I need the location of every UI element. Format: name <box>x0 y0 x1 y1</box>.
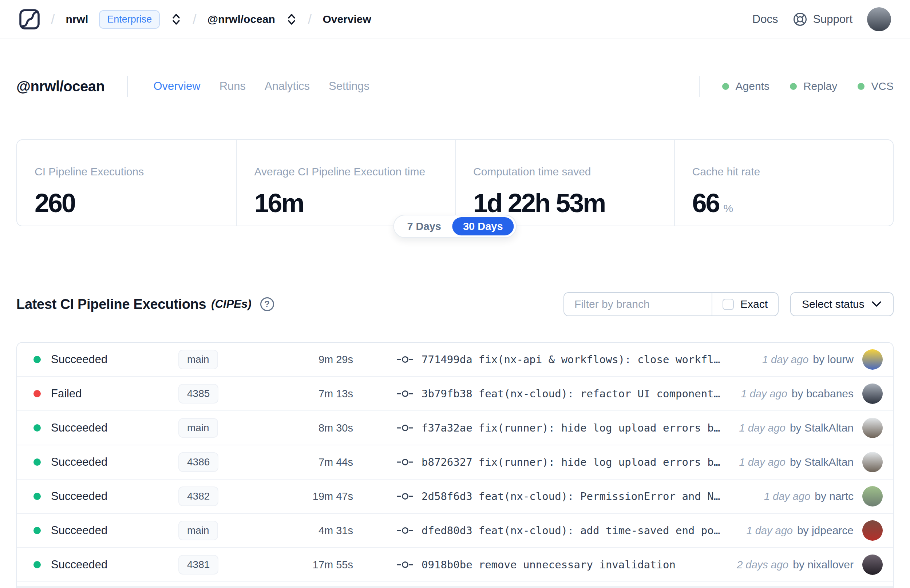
author[interactable]: by lourw <box>813 353 853 366</box>
git-commit-icon <box>397 354 414 365</box>
stat-value: 260 <box>35 188 75 218</box>
commit-hash[interactable]: f37a32ae <box>422 422 472 434</box>
branch-badge[interactable]: 4382 <box>178 486 218 506</box>
help-icon[interactable]: ? <box>260 297 274 311</box>
workspace-switcher-icon[interactable] <box>286 12 297 26</box>
branch-badge[interactable]: main <box>178 350 218 369</box>
author-avatar[interactable] <box>862 486 883 507</box>
duration: 17m 55s <box>293 559 353 571</box>
tab-overview[interactable]: Overview <box>153 80 200 93</box>
status-replay[interactable]: Replay <box>790 80 837 92</box>
author-avatar[interactable] <box>862 452 883 472</box>
table-row[interactable]: Succeeded main 9m 29s 771499dafix(nx-api… <box>17 343 893 377</box>
stat-average-execution-time: Average CI Pipeline Execution time 16m <box>236 140 455 226</box>
nx-cloud-logo[interactable] <box>19 9 40 30</box>
git-commit-icon <box>397 491 414 502</box>
stat-value: 1d 22h 53m <box>473 188 605 218</box>
commit-message: fix(runner): hide log upload errors b… <box>478 456 720 468</box>
status-dot <box>34 493 41 500</box>
org-switcher-icon[interactable] <box>171 12 182 26</box>
status-dot <box>34 527 41 534</box>
status-vcs[interactable]: VCS <box>858 80 894 92</box>
table-row[interactable]: Succeeded 4382 19m 47s 2d58f6d3feat(nx-c… <box>17 480 893 514</box>
exact-label: Exact <box>740 298 768 310</box>
commit-hash[interactable]: 771499da <box>422 353 472 366</box>
commit-hash[interactable]: b8726327 <box>422 456 472 468</box>
range-30-days[interactable]: 30 Days <box>452 217 514 236</box>
status-dot <box>34 459 41 466</box>
time-ago: 1 day ago <box>739 456 786 468</box>
exact-checkbox[interactable] <box>723 299 734 310</box>
commit-hash[interactable]: 2d58f6d3 <box>422 490 472 502</box>
workspace-tabs: Overview Runs Analytics Settings <box>153 80 369 93</box>
status-label: VCS <box>871 80 894 92</box>
branch-badge[interactable]: main <box>178 418 218 438</box>
commit-hash[interactable]: 0918b0be <box>422 559 472 571</box>
author-avatar[interactable] <box>862 383 883 404</box>
author[interactable]: by nixallover <box>793 559 853 571</box>
branch-badge[interactable]: main <box>178 521 218 540</box>
author-avatar[interactable] <box>862 349 883 370</box>
page-title: @nrwl/ocean <box>16 78 105 95</box>
divider <box>17 586 893 588</box>
user-avatar[interactable] <box>867 7 891 31</box>
commit-hash[interactable]: 3b79fb38 <box>422 388 472 400</box>
author-avatar[interactable] <box>862 418 883 438</box>
nx-cloud-logo-icon <box>19 9 40 30</box>
duration: 9m 29s <box>293 354 353 366</box>
author[interactable]: by jdpearce <box>797 524 853 537</box>
status-label: Succeeded <box>51 456 178 468</box>
range-7-days[interactable]: 7 Days <box>396 221 452 233</box>
table-row[interactable]: Succeeded 4386 7m 44s b8726327fix(runner… <box>17 445 893 480</box>
author[interactable]: by bcabanes <box>792 388 853 400</box>
duration: 8m 30s <box>293 422 353 434</box>
status-select[interactable]: Select status <box>790 292 894 316</box>
green-dot-icon <box>790 83 797 90</box>
status-label: Succeeded <box>51 422 178 435</box>
branch-filter-input[interactable] <box>564 293 712 315</box>
cipes-table: Succeeded main 9m 29s 771499dafix(nx-api… <box>16 342 894 588</box>
duration: 4m 31s <box>293 525 353 537</box>
status-dot <box>34 390 41 397</box>
status-dot <box>34 424 41 431</box>
table-row[interactable]: Succeeded main 8m 30s f37a32aefix(runner… <box>17 411 893 445</box>
status-label: Replay <box>803 80 837 92</box>
author[interactable]: by StalkAltan <box>790 456 853 468</box>
stats-cards: CI Pipeline Executions 260 Average CI Pi… <box>16 139 894 226</box>
commit-message: feat(nx-cloud): PermissionError and N… <box>478 490 720 502</box>
branch-badge[interactable]: 4386 <box>178 452 218 472</box>
breadcrumb-separator: / <box>192 11 197 27</box>
table-row[interactable]: Succeeded main 4m 31s dfed80d3feat(nx-cl… <box>17 514 893 548</box>
status-dot <box>34 561 41 569</box>
commit-hash[interactable]: dfed80d3 <box>422 524 472 537</box>
breadcrumb-workspace[interactable]: @nrwl/ocean <box>207 13 275 26</box>
breadcrumb-org[interactable]: nrwl <box>66 13 89 26</box>
table-row[interactable]: Succeeded 4381 17m 55s 0918b0beremove un… <box>17 548 893 582</box>
status-dot <box>34 356 41 363</box>
support-link[interactable]: Support <box>792 11 852 27</box>
tab-settings[interactable]: Settings <box>329 80 369 93</box>
lifebuoy-icon <box>792 11 808 27</box>
tab-analytics[interactable]: Analytics <box>265 80 310 93</box>
stat-label: Computation time saved <box>473 166 657 178</box>
author-avatar[interactable] <box>862 520 883 541</box>
branch-badge[interactable]: 4381 <box>178 555 218 575</box>
time-ago: 1 day ago <box>741 388 787 400</box>
table-row[interactable]: Failed 4385 7m 13s 3b79fb38feat(nx-cloud… <box>17 377 893 411</box>
tab-runs[interactable]: Runs <box>220 80 246 93</box>
commit-message: remove unnecessary invalidation <box>478 559 676 571</box>
time-ago: 1 day ago <box>739 422 786 434</box>
stat-unit: % <box>724 202 734 215</box>
enterprise-badge: Enterprise <box>99 10 160 29</box>
branch-badge[interactable]: 4385 <box>178 384 218 404</box>
docs-link[interactable]: Docs <box>752 13 778 26</box>
time-ago: 1 day ago <box>762 354 808 366</box>
time-ago: 1 day ago <box>764 491 810 502</box>
stat-value: 16m <box>254 188 304 218</box>
stat-label: CI Pipeline Executions <box>35 166 219 178</box>
cipes-section-header: Latest CI Pipeline Executions (CIPEs) ? … <box>16 291 894 317</box>
author[interactable]: by StalkAltan <box>790 422 853 434</box>
status-agents[interactable]: Agents <box>722 80 769 92</box>
author[interactable]: by nartc <box>815 490 853 502</box>
author-avatar[interactable] <box>862 554 883 575</box>
